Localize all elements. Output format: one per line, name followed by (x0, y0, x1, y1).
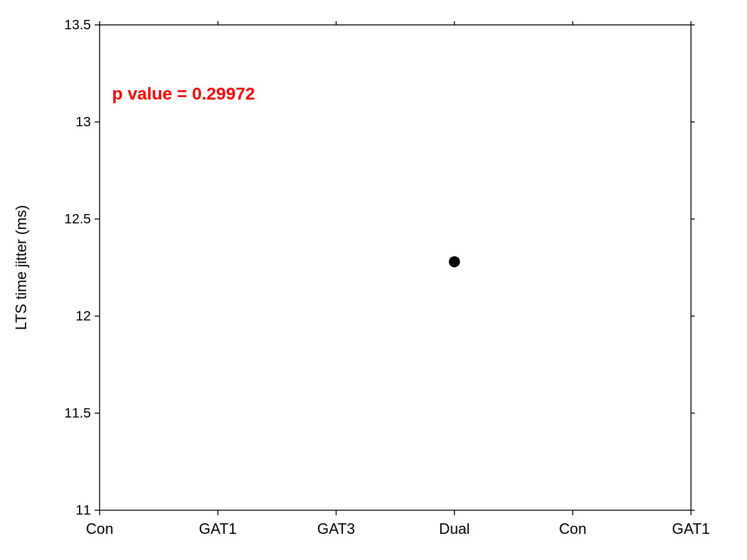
svg-text:11.5: 11.5 (64, 405, 91, 421)
scatter-plot: 1111.51212.51313.5ConGAT1GAT3DualConGAT1… (0, 0, 747, 560)
svg-point-39 (449, 256, 460, 268)
svg-text:13.5: 13.5 (64, 17, 91, 32)
svg-text:GAT3: GAT3 (317, 520, 355, 537)
svg-text:13: 13 (76, 114, 91, 129)
svg-text:12: 12 (76, 308, 91, 324)
svg-text:Con: Con (559, 520, 586, 537)
chart-container: 1111.51212.51313.5ConGAT1GAT3DualConGAT1… (0, 0, 747, 560)
svg-text:GAT1: GAT1 (199, 520, 237, 537)
svg-text:Dual: Dual (439, 520, 469, 537)
svg-text:GAT1: GAT1 (672, 520, 710, 537)
svg-text:11: 11 (76, 502, 91, 518)
svg-text:p value = 0.29972: p value = 0.29972 (112, 84, 255, 103)
svg-text:Con: Con (86, 520, 113, 537)
svg-text:12.5: 12.5 (64, 211, 91, 226)
svg-text:LTS time jitter (ms): LTS time jitter (ms) (12, 205, 29, 330)
